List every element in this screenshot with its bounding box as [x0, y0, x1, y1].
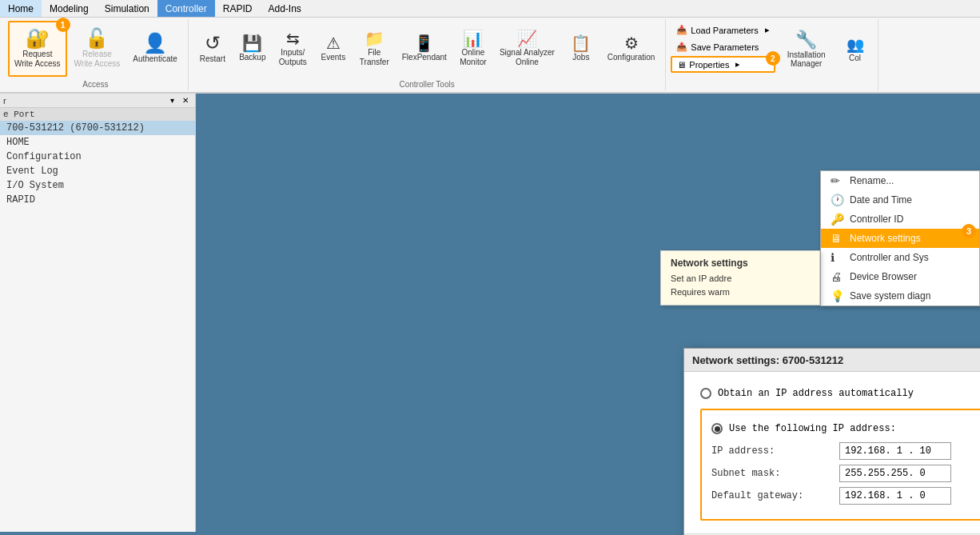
file-transfer-label: FileTransfer [360, 48, 389, 67]
network-settings-icon: 🖥 [831, 232, 843, 245]
sidebar-item-io-system[interactable]: I/O System [0, 178, 195, 193]
col-label: Col [849, 54, 861, 62]
save-system-diag-icon: 💡 [831, 289, 843, 302]
dropdown-rename[interactable]: ✏ Rename... [821, 171, 979, 190]
jobs-button[interactable]: 📋 Jobs [562, 21, 600, 77]
ip-address-input[interactable] [839, 442, 951, 460]
menu-home[interactable]: Home [0, 0, 42, 17]
request-write-access-label: Request Write Access [14, 50, 61, 69]
online-monitor-button[interactable]: 📊 OnlineMonitor [454, 21, 492, 77]
dropdown-device-browser[interactable]: 🖨 Device Browser [821, 267, 979, 286]
badge-2: 2 [766, 51, 780, 66]
ribbon-group-installation: 📥 Load Parameters ▸ 📤 Save Parameters 🖥 … [666, 19, 878, 90]
jobs-label: Jobs [572, 53, 589, 62]
sidebar-item-device[interactable]: 700-531212 (6700-531212) [0, 121, 195, 135]
release-write-access-icon: 🔓 [85, 29, 109, 48]
menu-simulation[interactable]: Simulation [97, 0, 157, 17]
load-parameters-btn[interactable]: 📥 Load Parameters ▸ [671, 22, 775, 38]
dropdown-date-time[interactable]: 🕐 Date and Time [821, 190, 979, 210]
menu-controller[interactable]: Controller [157, 0, 215, 17]
authenticate-label: Authenticate [133, 54, 177, 64]
ribbon: 🔐 Request Write Access 1 🔓 ReleaseWrite … [0, 18, 980, 94]
panel-dropdown-btn[interactable]: ▾ [167, 95, 177, 106]
network-settings-dialog: Network settings: 6700-531212 ? ✕ Obtain… [683, 348, 980, 535]
radio-auto-label: Obtain an IP address automatically [718, 388, 914, 399]
save-parameters-label: Save Parameters [691, 42, 759, 52]
sidebar-item-configuration[interactable]: Configuration [0, 150, 195, 164]
configuration-icon: ⚙ [624, 35, 639, 51]
flexpendant-label: FlexPendant [402, 53, 447, 62]
access-group-label: Access [82, 78, 108, 89]
dialog-title: Network settings: 6700-531212 [692, 354, 843, 366]
sidebar-item-eventlog[interactable]: Event Log [0, 164, 195, 178]
signal-analyzer-icon: 📈 [517, 30, 537, 46]
panel-header-text: r [3, 96, 6, 106]
properties-dropdown-menu: ✏ Rename... 🕐 Date and Time 🔑 Controller… [820, 170, 980, 306]
signal-analyzer-label: Signal AnalyzerOnline [500, 48, 555, 67]
flexpendant-button[interactable]: 📱 FlexPendant [396, 21, 452, 77]
dropdown-rename-label: Rename... [850, 175, 894, 186]
request-write-access-icon: 🔐 [26, 29, 50, 48]
backup-icon: 💾 [242, 35, 262, 51]
subnet-mask-input[interactable] [839, 465, 951, 482]
load-parameters-arrow: ▸ [765, 25, 770, 35]
restart-label: Restart [200, 54, 225, 64]
controller-tools-group-label: Controller Tools [399, 78, 454, 89]
save-parameters-icon: 📤 [676, 42, 687, 52]
network-settings-flyout: Network settings Set an IP addreRequires… [660, 250, 820, 305]
subnet-mask-row: Subnet mask: [711, 465, 980, 482]
menu-modeling[interactable]: Modeling [42, 0, 97, 17]
events-label: Events [321, 53, 346, 62]
radio-manual-label: Use the following IP address: [729, 423, 896, 434]
load-parameters-icon: 📥 [676, 25, 687, 35]
restart-icon: ↺ [205, 34, 221, 53]
badge-3: 3 [962, 224, 976, 238]
signal-analyzer-button[interactable]: 📈 Signal AnalyzerOnline [494, 21, 560, 77]
controller-sys-icon: ℹ [831, 251, 843, 264]
col-icon: 👥 [847, 36, 864, 54]
menu-rapid[interactable]: RAPID [215, 0, 261, 17]
controller-id-icon: 🔑 [831, 213, 843, 226]
radio-auto[interactable]: Obtain an IP address automatically [700, 385, 980, 402]
configuration-label: Configuration [608, 53, 655, 62]
dropdown-save-system-diag[interactable]: 💡 Save system diagn [821, 286, 979, 305]
file-transfer-icon: 📁 [365, 30, 384, 46]
backup-label: Backup [239, 53, 265, 62]
inputs-outputs-icon: ⇆ [286, 30, 300, 46]
dropdown-network-settings[interactable]: 🖥 Network settings 3 [821, 229, 979, 248]
panel-close-btn[interactable]: ✕ [179, 95, 192, 106]
dropdown-controller-sys[interactable]: ℹ Controller and Sys [821, 248, 979, 267]
inputs-outputs-label: Inputs/Outputs [279, 48, 307, 67]
restart-button[interactable]: ↺ Restart [193, 21, 232, 77]
inputs-outputs-button[interactable]: ⇆ Inputs/Outputs [273, 21, 313, 77]
installation-manager-button[interactable]: 🔧 InstallationManager [782, 21, 831, 77]
sidebar-item-home[interactable]: HOME [0, 135, 195, 150]
col-button[interactable]: 👥 Col [841, 21, 870, 77]
properties-btn[interactable]: 🖥 Properties ▸ 2 [671, 56, 775, 73]
configuration-button[interactable]: ⚙ Configuration [602, 21, 660, 77]
main-content: r ▾ ✕ e Port 700-531212 (6700-531212) HO… [0, 94, 980, 532]
default-gateway-row: Default gateway: [711, 487, 980, 505]
sidebar-item-port[interactable]: e Port [0, 108, 195, 121]
panel-header: r ▾ ✕ [0, 94, 195, 108]
request-write-access-button[interactable]: 🔐 Request Write Access 1 [8, 21, 67, 77]
save-parameters-btn[interactable]: 📤 Save Parameters [671, 39, 775, 54]
dropdown-controller-id[interactable]: 🔑 Controller ID [821, 210, 979, 229]
badge-1: 1 [56, 18, 70, 32]
flexpendant-icon: 📱 [414, 35, 434, 51]
release-write-access-button[interactable]: 🔓 ReleaseWrite Access [69, 21, 126, 77]
events-icon: ⚠ [326, 35, 341, 51]
installation-manager-label: InstallationManager [787, 50, 826, 68]
dropdown-save-system-diag-label: Save system diagn [850, 290, 930, 301]
file-transfer-button[interactable]: 📁 FileTransfer [354, 21, 395, 77]
events-button[interactable]: ⚠ Events [314, 21, 353, 77]
authenticate-button[interactable]: 👤 Authenticate [127, 21, 183, 77]
subnet-mask-label: Subnet mask: [711, 468, 839, 479]
installation-manager-icon: 🔧 [795, 30, 817, 50]
menu-addins[interactable]: Add-Ins [260, 0, 309, 17]
dropdown-controller-id-label: Controller ID [850, 214, 903, 225]
radio-manual[interactable]: Use the following IP address: [711, 420, 980, 437]
default-gateway-input[interactable] [839, 487, 951, 505]
backup-button[interactable]: 💾 Backup [233, 21, 272, 77]
sidebar-item-rapid[interactable]: RAPID [0, 193, 195, 207]
